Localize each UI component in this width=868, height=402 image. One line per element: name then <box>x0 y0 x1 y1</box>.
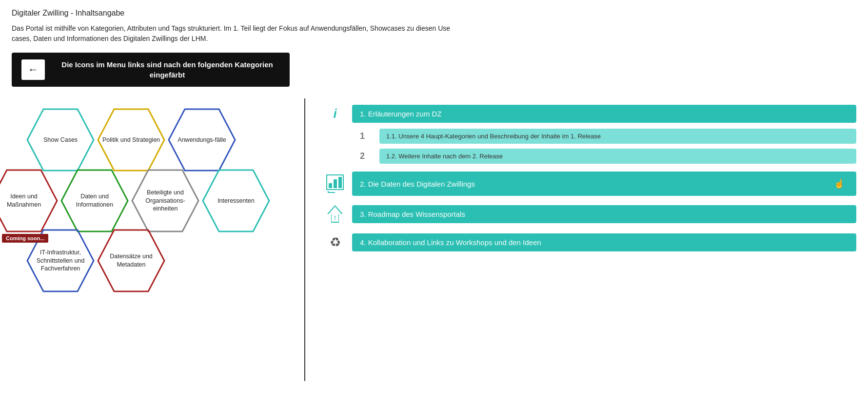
toc-sub-number-2: 2 <box>352 151 373 161</box>
toc-item-1[interactable]: i 1. Erläuterungen zum DZ <box>325 103 856 124</box>
hex-datensaetze[interactable]: Datensätze und Metadaten <box>97 229 165 292</box>
bar-chart-icon <box>325 173 345 194</box>
hex-ideen[interactable]: Ideen und Maßnahmen <box>0 169 58 232</box>
hex-beteiligte-label: Beteiligte und Organisations-einheiten <box>131 185 199 217</box>
toc-label-2-text: 2. Die Daten des Digitalen Zwillings <box>360 180 475 188</box>
section-divider <box>304 98 305 381</box>
hex-interessenten[interactable]: Interessenten <box>202 169 270 232</box>
hex-ideen-label: Ideen und Maßnahmen <box>0 189 58 213</box>
banner: ← Die Icons im Menu links sind nach den … <box>12 53 290 87</box>
finger-icon: ☝ <box>830 176 848 191</box>
toc-main-label-4[interactable]: 4. Kollaboration und Links zu Workshops … <box>352 233 856 251</box>
toc-main-label-1[interactable]: 1. Erläuterungen zum DZ <box>352 105 856 123</box>
svg-text:!: ! <box>334 215 336 221</box>
banner-text: Die Icons im Menu links sind nach den fo… <box>55 59 280 80</box>
hex-show-cases-label: Show Cases <box>39 132 81 148</box>
hex-interessenten-label: Interessenten <box>214 193 258 209</box>
hex-beteiligte[interactable]: Beteiligte und Organisations-einheiten <box>131 169 199 232</box>
toc-item-4[interactable]: ♻ 4. Kollaboration und Links zu Workshop… <box>325 232 856 252</box>
toc-sub-row-1-1[interactable]: 1 1.1. Unsere 4 Haupt-Kategorien und Bes… <box>352 129 856 144</box>
toc-sub-row-1-2[interactable]: 2 1.2. Weitere Inhalte nach dem 2. Relea… <box>352 149 856 164</box>
hex-daten[interactable]: Daten und Informationen <box>60 169 129 232</box>
recycle-icon: ♻ <box>325 232 345 252</box>
info-icon: i <box>325 103 345 124</box>
hexagon-grid: Show Cases Politik und Strategien Anwend… <box>12 98 285 381</box>
hex-anwendung[interactable]: Anwendungs-fälle <box>168 108 236 172</box>
toc-item-2[interactable]: 2. Die Daten des Digitalen Zwillings ☝ <box>325 172 856 196</box>
toc-item-3[interactable]: ! 3. Roadmap des Wissensportals <box>325 204 856 224</box>
svg-rect-10 <box>329 183 332 188</box>
hex-anwendung-label: Anwendungs-fälle <box>174 132 230 148</box>
toc-main-label-2[interactable]: 2. Die Daten des Digitalen Zwillings ☝ <box>352 172 856 196</box>
main-layout: Show Cases Politik und Strategien Anwend… <box>12 98 856 381</box>
svg-rect-12 <box>338 177 342 188</box>
hex-show-cases[interactable]: Show Cases <box>26 108 95 172</box>
hex-datensaetze-label: Datensätze und Metadaten <box>97 249 165 273</box>
toc-panel: i 1. Erläuterungen zum DZ 1 1.1. Unsere … <box>325 98 856 252</box>
coming-soon-badge: Coming soon... <box>2 234 48 243</box>
hex-it-infra-label: IT-Infrastruktur, Schnittstellen und Fac… <box>26 245 95 277</box>
toc-sub-number-1: 1 <box>352 131 373 141</box>
hex-politik-label: Politik und Strategien <box>99 132 164 148</box>
toc-sub-label-1-2[interactable]: 1.2. Weitere Inhalte nach dem 2. Release <box>379 149 856 164</box>
toc-main-label-3[interactable]: 3. Roadmap des Wissensportals <box>352 205 856 223</box>
back-arrow-icon[interactable]: ← <box>21 59 45 80</box>
toc-sub-label-1-1[interactable]: 1.1. Unsere 4 Haupt-Kategorien und Besch… <box>379 129 856 144</box>
svg-rect-11 <box>334 179 337 188</box>
arrow-up-icon: ! <box>325 204 345 224</box>
page-title: Digitaler Zwilling - Inhaltsangabe <box>12 9 856 18</box>
hex-daten-label: Daten und Informationen <box>60 189 129 213</box>
hex-politik[interactable]: Politik und Strategien <box>97 108 165 172</box>
intro-text: Das Portal ist mithilfe von Kategorien, … <box>12 23 451 44</box>
